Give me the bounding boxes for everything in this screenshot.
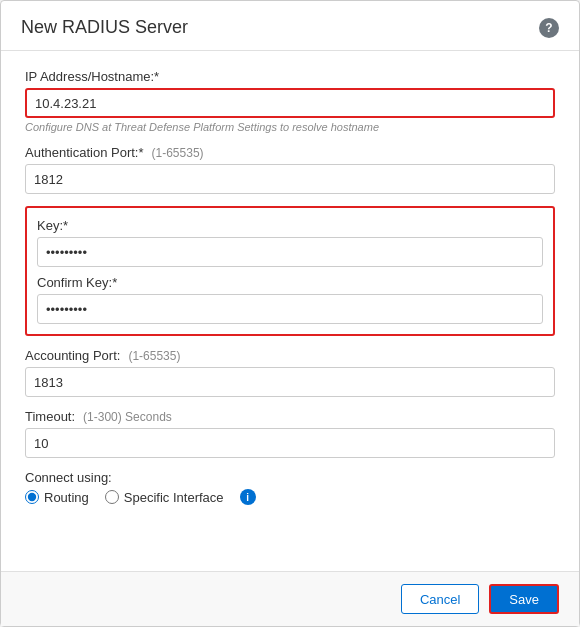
- accounting-port-group: Accounting Port: (1-65535): [25, 348, 555, 397]
- auth-port-group: Authentication Port:* (1-65535): [25, 145, 555, 194]
- connect-info-icon[interactable]: i: [240, 489, 256, 505]
- save-button[interactable]: Save: [489, 584, 559, 614]
- new-radius-server-dialog: New RADIUS Server ? IP Address/Hostname:…: [0, 0, 580, 627]
- connect-radio-group: Routing Specific Interface i: [25, 489, 555, 505]
- timeout-label: Timeout: (1-300) Seconds: [25, 409, 555, 424]
- cancel-button[interactable]: Cancel: [401, 584, 479, 614]
- key-group: Key:*: [37, 218, 543, 267]
- ip-address-input[interactable]: [25, 88, 555, 118]
- accounting-port-input[interactable]: [25, 367, 555, 397]
- connect-using-group: Connect using: Routing Specific Interfac…: [25, 470, 555, 505]
- ip-address-group: IP Address/Hostname:* Configure DNS at T…: [25, 69, 555, 133]
- specific-interface-radio-label[interactable]: Specific Interface: [105, 490, 224, 505]
- ip-hint-text: Configure DNS at Threat Defense Platform…: [25, 121, 555, 133]
- dialog-footer: Cancel Save: [1, 571, 579, 626]
- key-input[interactable]: [37, 237, 543, 267]
- routing-radio-label[interactable]: Routing: [25, 490, 89, 505]
- accounting-port-label: Accounting Port: (1-65535): [25, 348, 555, 363]
- connect-using-label: Connect using:: [25, 470, 555, 485]
- dialog-header: New RADIUS Server ?: [1, 1, 579, 51]
- ip-address-label: IP Address/Hostname:*: [25, 69, 555, 84]
- confirm-key-input[interactable]: [37, 294, 543, 324]
- timeout-input[interactable]: [25, 428, 555, 458]
- timeout-group: Timeout: (1-300) Seconds: [25, 409, 555, 458]
- specific-interface-radio[interactable]: [105, 490, 119, 504]
- key-label: Key:*: [37, 218, 543, 233]
- dialog-title: New RADIUS Server: [21, 17, 188, 38]
- routing-radio[interactable]: [25, 490, 39, 504]
- help-icon[interactable]: ?: [539, 18, 559, 38]
- confirm-key-label: Confirm Key:*: [37, 275, 543, 290]
- dialog-body: IP Address/Hostname:* Configure DNS at T…: [1, 51, 579, 571]
- auth-port-label: Authentication Port:* (1-65535): [25, 145, 555, 160]
- auth-port-input[interactable]: [25, 164, 555, 194]
- key-section: Key:* Confirm Key:*: [25, 206, 555, 336]
- confirm-key-group: Confirm Key:*: [37, 275, 543, 324]
